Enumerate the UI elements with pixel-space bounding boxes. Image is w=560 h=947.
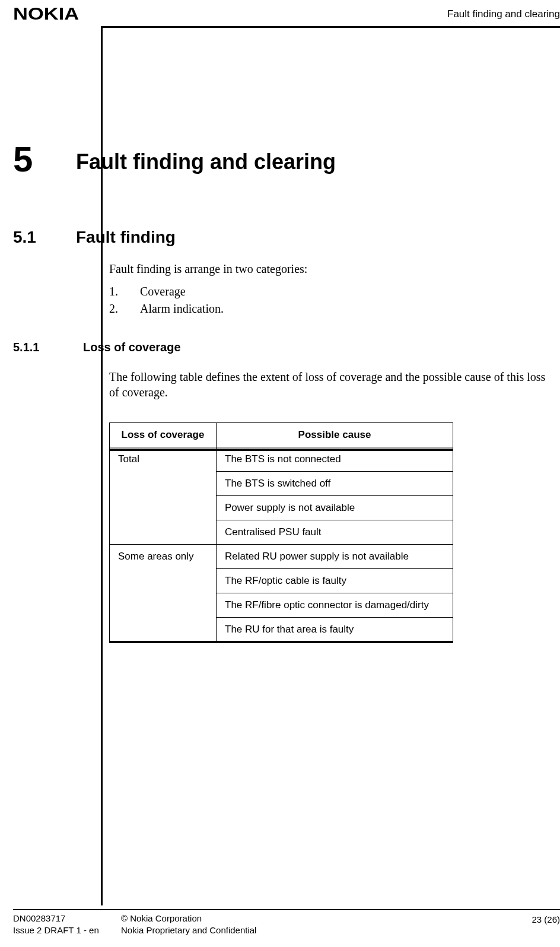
list-item-text: Coverage [140, 285, 186, 298]
subsection-title: Loss of coverage [83, 341, 181, 354]
cell-cause: The BTS is not connected [217, 447, 453, 472]
footer-doc-id: DN00283717 [13, 913, 99, 924]
cell-cause: The BTS is switched off [217, 472, 453, 496]
category-list: 1.Coverage 2.Alarm indication. [109, 281, 554, 316]
table-header-loss: Loss of coverage [110, 423, 217, 447]
footer-center: © Nokia Corporation Nokia Proprietary an… [121, 913, 256, 937]
content-area: 5 Fault finding and clearing 5.1 Fault f… [0, 26, 560, 905]
cell-loss: Total [110, 447, 217, 545]
table-header-row: Loss of coverage Possible cause [110, 423, 453, 447]
cell-cause: Related RU power supply is not available [217, 545, 453, 569]
section-number: 5.1 [13, 228, 36, 247]
table-header-cause: Possible cause [217, 423, 453, 447]
footer-left: DN00283717 Issue 2 DRAFT 1 - en [13, 913, 99, 937]
section-title: Fault finding [76, 228, 176, 247]
table-bottom-border [109, 641, 453, 643]
page: NOKIA Fault finding and clearing 5 Fault… [0, 0, 560, 947]
cell-cause: The RF/fibre optic connector is damaged/… [217, 593, 453, 618]
cell-cause: The RU for that area is faulty [217, 618, 453, 642]
table-row: Some areas only Related RU power supply … [110, 545, 453, 569]
chapter-title: Fault finding and clearing [76, 150, 336, 174]
footer-issue: Issue 2 DRAFT 1 - en [13, 924, 99, 936]
list-item-text: Alarm indication. [140, 302, 224, 315]
subsection-number: 5.1.1 [13, 341, 39, 354]
list-item: 2.Alarm indication. [109, 302, 554, 316]
cell-loss: Some areas only [110, 545, 217, 642]
loss-of-coverage-table: Loss of coverage Possible cause Total Th… [109, 422, 453, 642]
subsection-intro: The following table defines the extent o… [109, 369, 554, 400]
footer-copyright: © Nokia Corporation [121, 913, 256, 924]
running-header-title: Fault finding and clearing [447, 8, 560, 20]
page-header: NOKIA Fault finding and clearing [13, 4, 560, 26]
footer-confidential: Nokia Proprietary and Confidential [121, 924, 256, 936]
table-row: Total The BTS is not connected [110, 447, 453, 472]
list-item-number: 2. [109, 302, 140, 316]
cell-cause: Centralised PSU fault [217, 520, 453, 545]
list-item: 1.Coverage [109, 285, 554, 298]
cell-cause: Power supply is not available [217, 496, 453, 520]
footer-rule [13, 909, 560, 910]
footer-page-number: 23 (26) [532, 914, 560, 924]
chapter-number: 5 [13, 139, 33, 180]
cell-cause: The RF/optic cable is faulty [217, 569, 453, 593]
list-item-number: 1. [109, 285, 140, 298]
section-intro: Fault finding is arrange in two categori… [109, 262, 554, 276]
